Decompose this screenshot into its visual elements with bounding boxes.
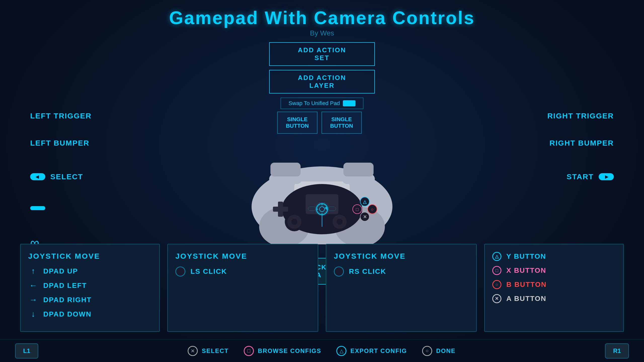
select-action[interactable]: ✕ SELECT xyxy=(188,346,229,356)
select-action-icon: ✕ xyxy=(188,346,198,356)
page-subtitle: By Wes xyxy=(169,29,475,37)
trigger-center: SINGLEBUTTON SINGLEBUTTON xyxy=(277,112,362,134)
left-stick-panel: JOYSTICK MOVE LS CLICK xyxy=(167,244,318,332)
a-button-item: ✕ A BUTTON xyxy=(492,294,616,303)
controller-wrapper: △ □ ○ ✕ xyxy=(234,139,410,244)
dpad-right-item: → DPAD RIGHT xyxy=(28,295,152,304)
start-row: START xyxy=(567,172,614,181)
dpad-left-icon: ← xyxy=(28,281,38,290)
select-action-label: SELECT xyxy=(202,347,229,354)
touchpad-icon xyxy=(30,206,45,210)
left-trigger-label: LEFT TRIGGER xyxy=(30,112,92,120)
dpad-right-icon: → xyxy=(28,295,38,304)
select-icon xyxy=(30,173,45,180)
ls-click-item: LS CLICK xyxy=(175,266,310,277)
right-trigger-label: RIGHT TRIGGER xyxy=(547,112,614,120)
controller-svg: △ □ ○ ✕ xyxy=(234,139,410,244)
svg-rect-7 xyxy=(270,163,301,176)
done-action[interactable]: ○ DONE xyxy=(422,346,456,356)
svg-rect-26 xyxy=(308,207,316,211)
ls-click-label: LS CLICK xyxy=(190,267,227,276)
export-config-label: EXPORT CONFIG xyxy=(350,347,407,354)
x-button-icon: □ xyxy=(492,266,501,275)
swap-icon xyxy=(343,100,355,106)
select-label: SELECT xyxy=(50,172,83,181)
dpad-up-label: DPAD UP xyxy=(43,267,78,275)
ls-icon xyxy=(175,266,185,277)
svg-text:△: △ xyxy=(363,199,367,204)
a-button-icon: ✕ xyxy=(492,294,501,303)
y-button-icon: △ xyxy=(492,252,501,261)
b-button-icon: ○ xyxy=(492,280,501,289)
dpad-down-icon: ↓ xyxy=(28,309,38,319)
bottom-panels: JOYSTICK MOVE ↑ DPAD UP ← DPAD LEFT → DP… xyxy=(0,244,644,337)
dpad-right-label: DPAD RIGHT xyxy=(43,296,92,304)
bottom-bar: L1 ✕ SELECT □ BROWSE CONFIGS △ EXPORT CO… xyxy=(0,339,644,362)
rs-click-item: RS CLICK xyxy=(334,266,469,277)
svg-rect-10 xyxy=(273,207,288,212)
right-stick-panel: JOYSTICK MOVE RS CLICK xyxy=(326,244,477,332)
dpad-up-item: ↑ DPAD UP xyxy=(28,266,152,276)
export-config-action[interactable]: △ EXPORT CONFIG xyxy=(336,346,407,356)
svg-rect-27 xyxy=(328,207,336,211)
side-labels-right: RIGHT BUMPER START xyxy=(549,139,614,181)
svg-text:○: ○ xyxy=(371,207,374,212)
browse-configs-action[interactable]: □ BROWSE CONFIGS xyxy=(244,346,321,356)
y-button-item: △ Y BUTTON xyxy=(492,252,616,261)
dpad-left-item: ← DPAD LEFT xyxy=(28,281,152,290)
x-button-label: X BUTTON xyxy=(506,266,546,275)
svg-point-29 xyxy=(321,202,323,203)
single-button-left[interactable]: SINGLEBUTTON xyxy=(277,112,317,134)
dpad-down-item: ↓ DPAD DOWN xyxy=(28,309,152,319)
select-row: SELECT xyxy=(30,172,89,181)
b-button-label: B BUTTON xyxy=(506,281,547,289)
x-button-item: □ X BUTTON xyxy=(492,266,616,275)
browse-configs-label: BROWSE CONFIGS xyxy=(258,347,321,354)
done-label: DONE xyxy=(436,347,456,354)
right-bumper-label: RIGHT BUMPER xyxy=(549,139,614,147)
rs-click-label: RS CLICK xyxy=(349,267,386,276)
add-action-set-button[interactable]: ADD ACTION SET xyxy=(269,42,375,66)
svg-point-30 xyxy=(324,202,325,203)
a-button-label: A BUTTON xyxy=(506,295,546,303)
rs-icon xyxy=(334,266,344,277)
swap-to-unified-pad-button[interactable]: Swap To Unified Pad xyxy=(280,98,364,109)
svg-point-28 xyxy=(319,202,320,203)
svg-point-16 xyxy=(337,219,343,225)
done-icon: ○ xyxy=(422,346,432,356)
dpad-left-label: DPAD LEFT xyxy=(43,282,87,290)
single-button-right[interactable]: SINGLEBUTTON xyxy=(321,112,362,134)
browse-configs-icon: □ xyxy=(244,346,254,356)
y-button-label: Y BUTTON xyxy=(506,252,546,260)
page-title: Gamepad With Camera Controls xyxy=(169,8,475,28)
svg-text:✕: ✕ xyxy=(363,214,367,219)
start-icon xyxy=(599,173,614,180)
svg-point-13 xyxy=(291,219,297,225)
triggers-row: LEFT TRIGGER SINGLEBUTTON SINGLEBUTTON R… xyxy=(0,112,644,134)
l1-button[interactable]: L1 xyxy=(15,343,38,358)
bottom-bar-left: L1 xyxy=(15,343,38,358)
right-stick-panel-title: JOYSTICK MOVE xyxy=(334,252,469,260)
b-button-item: ○ B BUTTON xyxy=(492,280,616,289)
r1-button[interactable]: R1 xyxy=(605,343,629,358)
header: Gamepad With Camera Controls By Wes xyxy=(169,8,475,37)
export-config-icon: △ xyxy=(336,346,346,356)
dpad-up-icon: ↑ xyxy=(28,266,38,276)
bottom-bar-right: R1 xyxy=(605,343,629,358)
dpad-panel: JOYSTICK MOVE ↑ DPAD UP ← DPAD LEFT → DP… xyxy=(20,244,160,332)
face-buttons-panel: △ Y BUTTON □ X BUTTON ○ B BUTTON ✕ A BUT… xyxy=(484,244,624,332)
start-label: START xyxy=(567,172,594,181)
svg-rect-8 xyxy=(343,163,374,176)
dpad-panel-title: JOYSTICK MOVE xyxy=(28,252,152,260)
dpad-down-label: DPAD DOWN xyxy=(43,310,92,318)
bottom-bar-center: ✕ SELECT □ BROWSE CONFIGS △ EXPORT CONFI… xyxy=(188,346,456,356)
left-bumper-label: LEFT BUMPER xyxy=(30,139,89,147)
page-wrapper: Gamepad With Camera Controls By Wes ADD … xyxy=(0,0,644,362)
svg-text:□: □ xyxy=(356,207,359,212)
top-buttons: ADD ACTION SET ADD ACTION LAYER Swap To … xyxy=(269,42,375,109)
swap-btn-label: Swap To Unified Pad xyxy=(289,100,340,107)
add-action-layer-button[interactable]: ADD ACTION LAYER xyxy=(269,70,375,94)
left-stick-panel-title: JOYSTICK MOVE xyxy=(175,252,310,260)
side-labels-left: LEFT BUMPER SELECT ∞ xyxy=(30,139,89,250)
